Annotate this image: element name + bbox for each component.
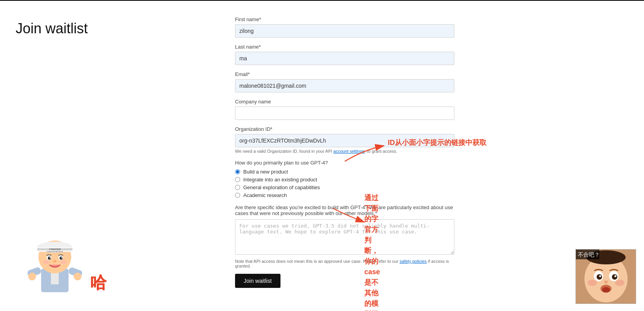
last-name-label: Last name* (235, 44, 454, 50)
primary-use-group: How do you primarily plan to use GPT-4? … (235, 160, 454, 198)
svg-point-24 (584, 255, 628, 302)
svg-point-12 (50, 257, 51, 259)
baby-photo: 不合吧？ (575, 249, 636, 304)
svg-point-16 (60, 260, 67, 264)
primary-use-label: How do you primarily plan to use GPT-4? (235, 160, 454, 166)
last-name-input[interactable] (235, 52, 454, 65)
form-container: First name* Last name* Email* Company na… (227, 9, 470, 304)
svg-point-14 (53, 260, 56, 262)
excited-ideas-group: Are there specific ideas you're excited … (235, 204, 454, 256)
svg-point-20 (74, 273, 81, 280)
join-waitlist-button[interactable]: Join waitlist (235, 274, 280, 288)
first-name-input[interactable] (235, 24, 454, 38)
svg-rect-37 (576, 250, 599, 259)
svg-text:CHINA XIONG'AN GROUP: CHINA XIONG'AN GROUP (47, 251, 63, 253)
email-label: Email* (235, 71, 454, 77)
baby-photo-svg: 不合吧？ (576, 250, 636, 304)
radio-explore-label: General exploration of capabilities (243, 184, 320, 190)
svg-point-26 (609, 271, 619, 281)
svg-point-35 (615, 280, 624, 286)
safety-policies-link[interactable]: safety policies (400, 259, 427, 264)
radio-explore[interactable]: General exploration of capabilities (235, 184, 454, 190)
svg-point-15 (43, 260, 49, 264)
radio-integrate-label: Integrate into an existing product (243, 177, 317, 183)
first-name-group: First name* (235, 16, 454, 38)
last-name-group: Last name* (235, 44, 454, 65)
svg-point-25 (594, 271, 603, 281)
radio-explore-input[interactable] (235, 185, 240, 190)
org-id-group: Organization ID* We need a valid Organiz… (235, 126, 454, 154)
mascot-area: 中国雄安集团 CHINA XIONG'AN GROUP (24, 226, 107, 296)
first-name-label: First name* (235, 16, 454, 22)
email-input[interactable] (235, 79, 454, 92)
org-id-input[interactable] (235, 134, 454, 147)
radio-build-new-input[interactable] (235, 169, 240, 174)
svg-point-30 (615, 275, 617, 277)
svg-point-29 (599, 275, 601, 277)
svg-text:不合吧？: 不合吧？ (578, 251, 600, 258)
company-name-input[interactable] (235, 107, 454, 120)
radio-build-new[interactable]: Build a new product (235, 169, 454, 175)
mascot-image: 中国雄安集团 CHINA XIONG'AN GROUP (24, 226, 86, 296)
note-text: Note that API access does not mean this … (235, 259, 454, 268)
company-name-group: Company name (235, 99, 454, 120)
page-title: Join waitlist (16, 20, 212, 37)
radio-academic-label: Academic research (243, 192, 287, 198)
svg-point-27 (597, 274, 602, 280)
radio-academic-input[interactable] (235, 193, 240, 198)
svg-point-34 (588, 280, 597, 286)
radio-build-new-label: Build a new product (243, 169, 288, 175)
company-name-label: Company name (235, 99, 454, 105)
radio-integrate-input[interactable] (235, 177, 240, 182)
svg-point-32 (601, 285, 611, 293)
account-settings-link[interactable]: account settings (333, 149, 365, 154)
svg-text:中国雄安集团: 中国雄安集团 (49, 248, 61, 250)
svg-point-19 (28, 273, 36, 280)
svg-point-36 (586, 250, 626, 264)
svg-point-33 (602, 287, 610, 293)
excited-ideas-textarea[interactable]: For use cases we tried, GPT-3.5 did not … (235, 219, 454, 255)
email-group: Email* (235, 71, 454, 92)
svg-point-13 (62, 257, 63, 259)
org-id-label: Organization ID* (235, 126, 454, 132)
svg-point-31 (604, 280, 608, 284)
svg-point-28 (612, 274, 617, 280)
org-id-hint: We need a valid Organization ID, found i… (235, 149, 454, 154)
excited-ideas-label: Are there specific ideas you're excited … (235, 204, 454, 216)
svg-rect-23 (576, 250, 636, 304)
radio-integrate[interactable]: Integrate into an existing product (235, 177, 454, 183)
radio-academic[interactable]: Academic research (235, 192, 454, 198)
